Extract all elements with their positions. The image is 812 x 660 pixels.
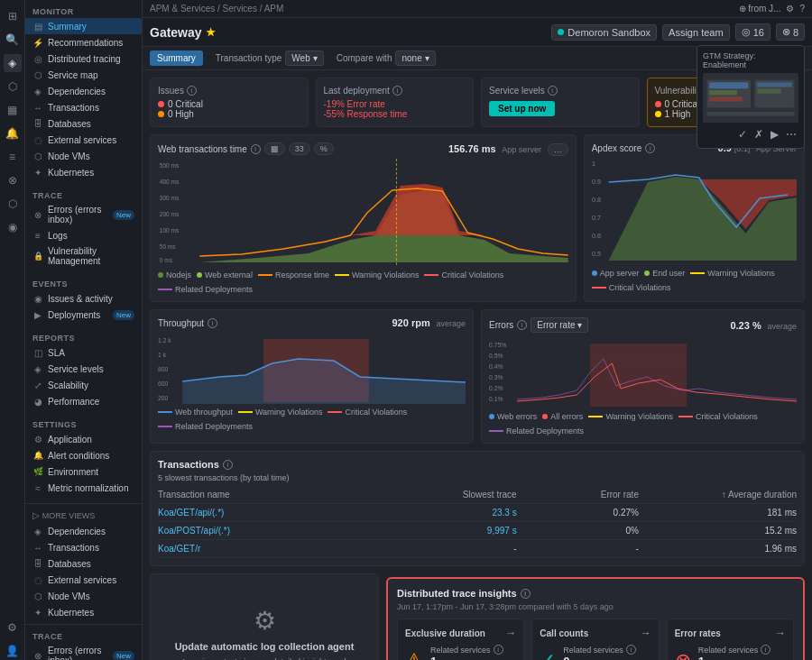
- col-header-slowest: Slowest trace: [374, 490, 531, 500]
- nav-icon-infra[interactable]: ⬡: [4, 78, 22, 96]
- nav-icon-dashboards[interactable]: ▦: [4, 101, 22, 119]
- top-bar-help[interactable]: ?: [799, 4, 805, 14]
- error-rates-related-info[interactable]: i: [761, 645, 770, 655]
- nav-icon-user[interactable]: 👤: [4, 642, 22, 660]
- assign-team-button[interactable]: Assign team: [662, 24, 730, 41]
- sidebar-item-vulnerability[interactable]: Vulnerability Management: [25, 243, 142, 269]
- exclusive-duration-arrow[interactable]: →: [505, 627, 516, 639]
- monitor-section: MONITOR Summary Recommendations Distribu…: [25, 0, 142, 184]
- mv-deps-icon: [32, 526, 43, 536]
- sidebar-item-summary[interactable]: Summary: [25, 18, 142, 34]
- tx-row2-name[interactable]: Koa/POST/api/(.*): [158, 526, 374, 536]
- sidebar-item-metric-norm[interactable]: Metric normalization: [25, 480, 142, 496]
- legend-tp-critical: Critical Violations: [345, 408, 407, 417]
- count2-badge[interactable]: ⊗8: [776, 23, 805, 41]
- nav-icon-mlops[interactable]: ◉: [4, 218, 22, 236]
- gtm-close-button[interactable]: ✗: [752, 126, 765, 142]
- sidebar-item-mv-ext[interactable]: External services: [25, 572, 142, 588]
- service-levels-info-icon[interactable]: i: [548, 86, 558, 96]
- web-trans-more[interactable]: …: [548, 143, 568, 156]
- sidebar-item-transactions[interactable]: Transactions: [25, 99, 142, 115]
- sidebar-item-mv-deps[interactable]: Dependencies: [25, 523, 142, 539]
- exclusive-related-info[interactable]: i: [494, 645, 503, 655]
- sidebar-item-kubernetes[interactable]: Kubernetes: [25, 164, 142, 180]
- sidebar-item-databases[interactable]: Databases: [25, 115, 142, 132]
- tx-row3-error: -: [531, 544, 653, 554]
- call-counts-related-info[interactable]: i: [626, 645, 636, 655]
- sidebar-item-mv-k8s[interactable]: Kubernetes: [25, 604, 142, 620]
- svg-text:1.2 k: 1.2 k: [158, 337, 171, 344]
- web-trans-filter3[interactable]: %: [314, 142, 334, 155]
- sidebar-item-mv-nodevms[interactable]: Node VMs: [25, 588, 142, 604]
- error-rates-arrow[interactable]: →: [775, 627, 786, 639]
- gtm-play-button[interactable]: ▶: [769, 126, 780, 142]
- transaction-type-dropdown[interactable]: Web ▾: [285, 50, 323, 66]
- nav-icon-home[interactable]: ⊞: [4, 7, 22, 25]
- web-trans-filter2[interactable]: 33: [289, 142, 310, 155]
- call-counts-arrow[interactable]: →: [641, 627, 651, 639]
- compare-with-dropdown[interactable]: none ▾: [395, 50, 435, 66]
- table-row: Koa/GET/r - - 1.96 ms: [158, 540, 797, 558]
- nav-icon-search[interactable]: 🔍: [4, 31, 22, 49]
- sidebar-item-performance[interactable]: Performance: [25, 393, 142, 409]
- sidebar-item-recommendations[interactable]: Recommendations: [25, 34, 142, 50]
- deployment-info-icon[interactable]: i: [392, 86, 402, 96]
- col-header-duration[interactable]: ↑ Average duration: [653, 490, 797, 500]
- summary-tab[interactable]: Summary: [150, 50, 203, 66]
- sidebar-item-service-map[interactable]: Service map: [25, 67, 142, 83]
- transactions-subtitle: 5 slowest transactions (by total time): [158, 473, 797, 482]
- errors-legend: Web errors All errors Warning Violations: [489, 412, 797, 435]
- tx-row3-name[interactable]: Koa/GET/r: [158, 544, 374, 554]
- tx-row1-name[interactable]: Koa/GET/api/(.*): [158, 508, 374, 518]
- sidebar-item-mv-db[interactable]: Databases: [25, 555, 142, 572]
- setup-now-button[interactable]: Set up now: [489, 101, 555, 116]
- web-trans-filter1[interactable]: ▩: [264, 142, 285, 155]
- error-rate-dropdown[interactable]: Error rate ▾: [531, 317, 588, 333]
- environment-badge[interactable]: Demoron Sandbox: [551, 24, 657, 41]
- apdex-info-icon[interactable]: i: [645, 143, 655, 153]
- sidebar-item-errors-inbox[interactable]: Errors (errors inbox) New: [25, 202, 142, 227]
- sidebar-item-logs[interactable]: Logs: [25, 227, 142, 243]
- sidebar-item-external-services[interactable]: External services: [25, 132, 142, 148]
- sidebar-item-issues[interactable]: Issues & activity: [25, 290, 142, 307]
- nav-icon-errors[interactable]: ⊗: [4, 171, 22, 189]
- sidebar-item-alert-conditions[interactable]: Alert conditions: [25, 447, 142, 463]
- sidebar-item-service-levels[interactable]: Service levels: [25, 361, 142, 377]
- svg-text:800: 800: [158, 366, 169, 372]
- deployment-response-time: -55% Response time: [324, 109, 466, 119]
- count1-badge[interactable]: ◎16: [735, 23, 770, 41]
- svg-text:0.2%: 0.2%: [489, 385, 503, 391]
- tx-row2-slowest[interactable]: 9,997 s: [374, 526, 531, 536]
- sidebar-item-sla[interactable]: SLA: [25, 344, 142, 361]
- sidebar-item-distributed-tracing[interactable]: Distributed tracing: [25, 50, 142, 67]
- nav-icon-logs[interactable]: ≡: [4, 148, 22, 166]
- tx-row1-slowest[interactable]: 23.3 s: [374, 508, 531, 518]
- sidebar-item-dependencies[interactable]: Dependencies: [25, 83, 142, 99]
- transactions-info-icon[interactable]: i: [223, 460, 233, 470]
- nav-icon-alerts[interactable]: 🔔: [4, 124, 22, 142]
- sidebar-item-application[interactable]: Application: [25, 431, 142, 447]
- insights-info-icon[interactable]: i: [521, 589, 531, 599]
- sidebar-item-deployments[interactable]: Deployments New: [25, 307, 142, 323]
- web-trans-info-icon[interactable]: i: [251, 144, 261, 154]
- sidebar-item-environment[interactable]: Environment: [25, 463, 142, 480]
- nav-icon-apm[interactable]: ◈: [4, 54, 22, 72]
- svg-text:200: 200: [158, 395, 169, 401]
- svg-text:0.75%: 0.75%: [489, 342, 506, 348]
- top-bar-settings[interactable]: ⚙: [786, 4, 794, 14]
- errors-info-icon[interactable]: i: [517, 320, 527, 330]
- nav-icon-maps[interactable]: ⬡: [4, 195, 22, 213]
- svg-text:0.8: 0.8: [592, 197, 601, 204]
- gtm-check-button[interactable]: ✓: [736, 126, 749, 142]
- sidebar-item-mv-trans[interactable]: Transactions: [25, 539, 142, 555]
- favorite-star[interactable]: ★: [206, 26, 216, 39]
- more-views-toggle[interactable]: ▷ MORE VIEWS: [25, 508, 142, 523]
- sidebar-item-scalability[interactable]: Scalability: [25, 377, 142, 393]
- issues-info-icon[interactable]: i: [187, 86, 197, 96]
- mv-node-icon: [32, 591, 43, 601]
- sidebar-item-node-vms[interactable]: Node VMs: [25, 148, 142, 164]
- gtm-more-button[interactable]: ⋯: [784, 126, 798, 142]
- throughput-info-icon[interactable]: i: [208, 318, 217, 328]
- nav-icon-settings[interactable]: ⚙: [4, 619, 22, 637]
- sidebar-item-b-errors[interactable]: Errors (errors inbox) New: [25, 643, 142, 660]
